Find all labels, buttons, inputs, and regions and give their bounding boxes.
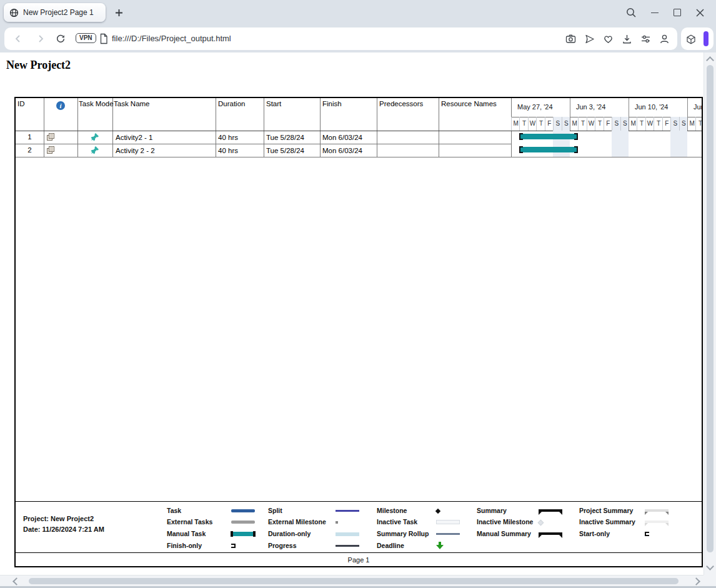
day-header-cell: S	[620, 117, 629, 131]
day-header-cell: T	[695, 117, 703, 131]
legend-swatch-deadline-arrow	[436, 542, 444, 550]
address-bar[interactable]: VPN file:///D:/Files/Project_output.html	[4, 27, 677, 50]
downloads-button[interactable]	[620, 32, 633, 45]
grid-line	[16, 131, 702, 131]
legend-item: Split	[268, 507, 374, 516]
extensions-panel[interactable]	[681, 27, 714, 50]
day-header-cell: F	[545, 117, 554, 131]
legend: Project: New Project2 Date: 11/26/2024 7…	[16, 501, 702, 553]
legend-item: Manual Summary	[477, 530, 583, 539]
browser-window: { "browser": { "tab_title": "New Project…	[0, 0, 716, 588]
task-id: 2	[16, 146, 44, 154]
back-button[interactable]	[12, 32, 24, 45]
profile-button[interactable]	[658, 32, 670, 45]
grid-line	[216, 98, 216, 157]
tab-title: New Project2 Page 1	[23, 8, 94, 17]
legend-item: External Milestone	[268, 518, 374, 527]
legend-item: Summary	[477, 507, 583, 516]
legend-swatch-finish-only	[231, 544, 236, 548]
grid-line	[44, 98, 44, 157]
day-header-cell: T	[654, 117, 662, 131]
legend-swatch-manual-summary-bar	[539, 532, 562, 535]
task-duration: 40 hrs	[218, 134, 238, 141]
gantt-table: ID i Task Mode Task Name Duration Start …	[14, 97, 703, 567]
legend-label: Summary Rollup	[377, 530, 429, 537]
legend-column-4: SummaryInactive MilestoneManual Summary	[477, 502, 583, 553]
scroll-left-arrow[interactable]	[12, 577, 21, 586]
legend-column-5: Project SummaryInactive SummaryStart-onl…	[579, 502, 685, 553]
screenshot-camera-button[interactable]	[564, 32, 577, 45]
browser-tab[interactable]: New Project2 Page 1	[4, 3, 106, 22]
legend-swatch-rollup-line	[436, 533, 460, 535]
favorites-heart-button[interactable]	[602, 32, 614, 45]
legend-item: Inactive Task	[377, 518, 483, 527]
task-duration: 40 hrs	[218, 147, 238, 154]
url-text[interactable]: file:///D:/Files/Project_output.html	[112, 34, 231, 43]
legend-item: Duration-only	[268, 530, 374, 539]
week-header-cell: Jun	[687, 98, 703, 117]
maximize-icon	[674, 9, 681, 16]
new-tab-button[interactable]	[111, 5, 126, 20]
legend-item: Inactive Summary	[579, 518, 685, 527]
page-footer: Page 1	[16, 552, 702, 566]
package-box-icon[interactable]	[685, 33, 697, 46]
scroll-right-arrow[interactable]	[692, 577, 700, 586]
legend-item: Deadline	[377, 542, 483, 551]
project-date-line: Date: 11/26/2024 7:21 AM	[23, 526, 104, 533]
task-start: Tue 5/28/24	[266, 147, 304, 154]
maximize-button[interactable]	[670, 5, 685, 20]
task-name: Activity2 - 1	[116, 134, 152, 141]
legend-column-1: TaskExternal TasksManual TaskFinish-only	[167, 502, 273, 553]
column-header-task-name: Task Name	[114, 100, 150, 107]
legend-label: Inactive Summary	[579, 518, 635, 526]
horizontal-scrollbar-thumb[interactable]	[29, 578, 679, 584]
column-header-task-mode: Task Mode	[79, 100, 114, 107]
legend-swatch-split-line	[336, 510, 359, 512]
task-start: Tue 5/28/24	[266, 134, 304, 141]
scroll-down-arrow[interactable]	[706, 562, 714, 571]
day-header-cell: M	[570, 117, 579, 131]
day-header-cell: W	[528, 117, 537, 131]
forward-button[interactable]	[34, 32, 47, 45]
legend-swatch-manual-bar	[231, 532, 255, 536]
info-icon: i	[56, 101, 65, 110]
day-header-cell: S	[553, 117, 562, 131]
day-header-cell: T	[536, 117, 545, 131]
reload-button[interactable]	[54, 32, 67, 45]
legend-column-3: MilestoneInactive TaskSummary RollupDead…	[377, 502, 483, 553]
minimize-button[interactable]	[647, 5, 662, 20]
column-header-predecessors: Predecessors	[379, 100, 423, 107]
page-file-icon[interactable]	[97, 32, 110, 45]
legend-label: Deadline	[377, 542, 404, 549]
browser-toolbar: VPN file:///D:/Files/Project_output.html	[0, 25, 716, 52]
legend-item: Progress	[268, 542, 374, 551]
grid-line	[264, 98, 264, 157]
legend-item: Project Summary	[579, 507, 685, 516]
search-button[interactable]	[624, 5, 639, 20]
vpn-badge[interactable]: VPN	[76, 33, 96, 43]
scroll-up-arrow[interactable]	[706, 56, 714, 64]
vertical-scrollbar[interactable]	[704, 52, 716, 575]
day-header-cell: W	[587, 117, 595, 131]
day-header-cell: M	[511, 117, 520, 131]
settings-sliders-button[interactable]	[639, 32, 652, 45]
day-header-cell: T	[519, 117, 528, 131]
gantt-bar-start-cap	[519, 146, 523, 153]
sidebar-toggle-pill[interactable]	[704, 31, 709, 46]
legend-swatch-duration-bar	[336, 532, 359, 536]
legend-swatch-inactive-bar	[436, 520, 460, 524]
legend-item: Inactive Milestone	[477, 518, 583, 527]
grid-line	[320, 98, 321, 157]
task-name: Activity 2 - 2	[116, 147, 155, 154]
legend-swatch-summary-bar	[539, 509, 562, 512]
column-header-id: ID	[17, 100, 25, 107]
task-finish: Mon 6/03/24	[322, 134, 362, 141]
close-button[interactable]	[692, 5, 707, 20]
vertical-scrollbar-thumb[interactable]	[707, 65, 714, 552]
week-header-cell: Jun 10, '24	[629, 98, 687, 117]
share-send-button[interactable]	[583, 32, 595, 45]
grid-line	[377, 98, 377, 157]
horizontal-scrollbar[interactable]	[0, 575, 704, 586]
week-header-cell: May 27, '24	[511, 98, 570, 117]
legend-swatch-task-bar	[231, 509, 255, 512]
